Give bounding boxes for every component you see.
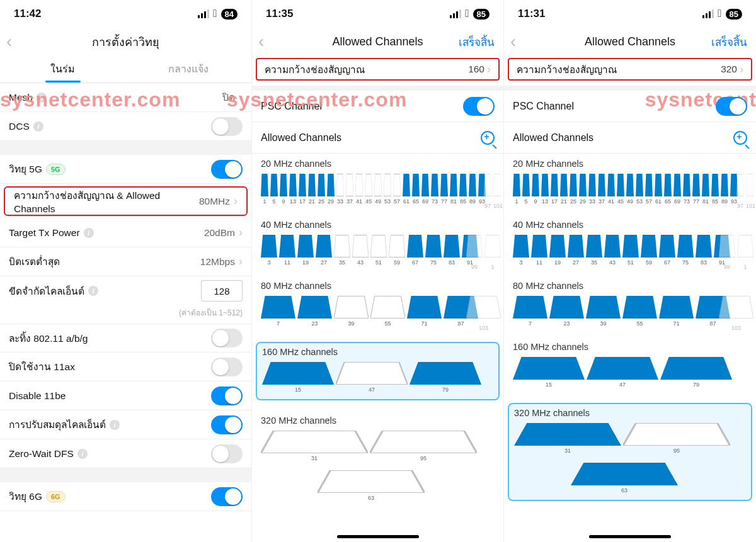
channel-block[interactable] <box>586 235 602 257</box>
channel-block[interactable] <box>289 174 297 196</box>
channel-block[interactable] <box>327 174 335 196</box>
row-mesh[interactable]: Meshi ปิด › <box>0 83 251 112</box>
row-channel-width[interactable]: ความกว้างช่องสัญญาณ & Allowed Channels 8… <box>4 186 248 216</box>
channel-block[interactable] <box>444 235 460 257</box>
channel-block[interactable] <box>297 235 314 257</box>
channel-block[interactable] <box>370 235 387 257</box>
channel-block[interactable] <box>459 174 467 196</box>
info-icon[interactable]: i <box>37 93 47 103</box>
channel-block[interactable] <box>587 357 658 380</box>
channel-block[interactable] <box>389 235 405 257</box>
channel-block[interactable] <box>336 362 408 385</box>
dcs-toggle[interactable] <box>211 117 243 136</box>
channel-block[interactable] <box>407 235 423 257</box>
channel-block[interactable] <box>334 296 369 319</box>
channel-block[interactable] <box>262 362 334 385</box>
info-icon[interactable]: i <box>110 420 120 430</box>
channel-block[interactable] <box>664 174 672 196</box>
channel-block[interactable] <box>622 235 639 257</box>
channel-block[interactable] <box>261 174 268 196</box>
channel-block[interactable] <box>623 423 730 446</box>
channel-block[interactable] <box>431 174 438 196</box>
channel-block[interactable] <box>551 174 558 196</box>
channel-block[interactable] <box>450 174 457 196</box>
psc-toggle[interactable] <box>463 97 495 116</box>
channel-block[interactable] <box>370 431 477 453</box>
channel-block[interactable] <box>711 174 719 196</box>
channel-block[interactable] <box>421 174 429 196</box>
row-channel-width[interactable]: ความกว้างช่องสัญญาณ 160 › <box>256 58 500 81</box>
channel-block[interactable] <box>636 174 643 196</box>
channel-block[interactable] <box>365 174 372 196</box>
clientlimit-input[interactable]: 128 <box>201 280 243 302</box>
channel-block[interactable] <box>316 235 332 257</box>
dis11ax-toggle[interactable] <box>211 358 243 376</box>
channel-block[interactable] <box>513 296 547 319</box>
dis11be-toggle[interactable] <box>211 387 243 405</box>
channel-block[interactable] <box>673 174 681 196</box>
channel-block[interactable] <box>607 174 615 196</box>
channel-block[interactable] <box>297 296 332 319</box>
channel-block[interactable] <box>513 357 585 380</box>
channel-block[interactable] <box>334 235 350 257</box>
radio6g-toggle[interactable] <box>211 487 243 506</box>
drop11-toggle[interactable] <box>211 329 243 347</box>
channel-block[interactable] <box>318 470 425 493</box>
channel-block[interactable] <box>280 174 287 196</box>
channel-block[interactable] <box>513 235 529 257</box>
channel-block[interactable] <box>659 296 694 319</box>
tab-outdoor[interactable]: กลางแจ้ง <box>126 55 252 82</box>
channel-block[interactable] <box>560 174 568 196</box>
channel-block[interactable] <box>702 174 709 196</box>
channel-block[interactable] <box>299 174 306 196</box>
channel-block[interactable] <box>374 174 382 196</box>
channel-block[interactable] <box>655 174 662 196</box>
row-tx-power[interactable]: Target Tx Poweri 20dBm › <box>0 218 251 247</box>
channel-block[interactable] <box>531 235 547 257</box>
channel-block[interactable] <box>549 235 566 257</box>
channel-block[interactable] <box>586 296 621 319</box>
zoom-icon[interactable] <box>481 131 495 145</box>
channel-block[interactable] <box>425 235 442 257</box>
channel-block[interactable] <box>579 174 587 196</box>
channel-block[interactable] <box>370 296 405 319</box>
channel-block[interactable] <box>571 463 678 485</box>
channel-block[interactable] <box>412 174 420 196</box>
back-button[interactable]: ‹ <box>510 28 530 55</box>
channel-block[interactable] <box>522 174 530 196</box>
channel-block[interactable] <box>270 174 278 196</box>
channel-block[interactable] <box>659 235 675 257</box>
channel-block[interactable] <box>355 174 363 196</box>
channel-block[interactable] <box>514 423 621 446</box>
channel-block[interactable] <box>568 235 584 257</box>
channel-block[interactable] <box>318 174 325 196</box>
channel-block[interactable] <box>622 296 657 319</box>
channel-block[interactable] <box>308 174 316 196</box>
channel-block[interactable] <box>469 174 476 196</box>
channel-block[interactable] <box>721 174 728 196</box>
zwdfs-toggle[interactable] <box>211 444 243 463</box>
channel-block[interactable] <box>336 174 344 196</box>
channel-block[interactable] <box>352 235 369 257</box>
channel-block[interactable] <box>440 174 448 196</box>
channel-block[interactable] <box>683 174 690 196</box>
channel-block[interactable] <box>346 174 353 196</box>
channel-block[interactable] <box>410 362 481 385</box>
channel-block[interactable] <box>677 235 694 257</box>
channel-block[interactable] <box>279 235 295 257</box>
info-icon[interactable]: i <box>77 449 88 459</box>
channel-block[interactable] <box>393 174 401 196</box>
channel-block[interactable] <box>626 174 634 196</box>
channel-block[interactable] <box>549 296 584 319</box>
info-icon[interactable]: i <box>33 121 43 132</box>
channel-block[interactable] <box>403 174 410 196</box>
channel-block[interactable] <box>261 431 368 453</box>
back-button[interactable]: ‹ <box>258 28 278 55</box>
channel-block[interactable] <box>696 235 712 257</box>
channel-block[interactable] <box>407 296 442 319</box>
channel-block[interactable] <box>588 174 596 196</box>
back-button[interactable]: ‹ <box>6 28 26 55</box>
tab-indoor[interactable]: ในร่ม <box>0 55 126 82</box>
channel-block[interactable] <box>692 174 700 196</box>
info-icon[interactable]: i <box>88 286 98 296</box>
